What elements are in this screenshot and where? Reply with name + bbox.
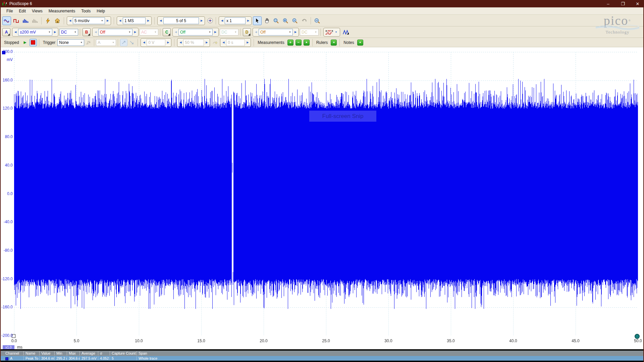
- channel-d-range-next-button[interactable]: ▶: [293, 31, 298, 34]
- menu-help[interactable]: Help: [94, 8, 108, 14]
- channel-b-range-select[interactable]: Off▼: [98, 29, 132, 36]
- title-bar: PicoScope 6 – ❐ ✕: [1, 0, 643, 7]
- trigger-delay-up-button[interactable]: ▶: [245, 41, 250, 44]
- channel-c-range-control: ◀ Off▼ ▶: [172, 28, 219, 37]
- table-header-average[interactable]: Average: [79, 351, 98, 355]
- scope-view-button[interactable]: [2, 16, 11, 25]
- y-axis-unit: mV: [1, 57, 13, 62]
- axis-offset-handle[interactable]: [635, 334, 640, 339]
- remove-measurement-button[interactable]: −: [296, 40, 302, 46]
- waveform-canvas[interactable]: [14, 52, 638, 336]
- chevron-down-icon: ▼: [46, 31, 51, 33]
- pretrigger-down-button[interactable]: ◀: [178, 41, 183, 44]
- channel-c-range-next-button[interactable]: ▶: [213, 31, 218, 34]
- digital-inputs-icon[interactable]: XFFX: [325, 29, 333, 35]
- rulers-toggle-button[interactable]: ▲: [331, 40, 337, 46]
- undo-zoom-button[interactable]: [300, 16, 309, 25]
- edit-measurement-button[interactable]: ▲: [304, 40, 310, 46]
- pointer-tool-button[interactable]: [253, 16, 262, 25]
- y-axis-label: 80.0: [1, 134, 13, 139]
- rising-edge-icon: [122, 41, 126, 45]
- start-button[interactable]: ▶: [21, 39, 29, 46]
- home-button[interactable]: [53, 16, 62, 25]
- segment-input[interactable]: 5 of 5: [163, 17, 199, 24]
- table-header-σ[interactable]: σ: [98, 351, 110, 355]
- persistence-view-button[interactable]: [31, 16, 39, 25]
- marquee-zoom-button[interactable]: [272, 16, 280, 25]
- channel-b-range-prev-button[interactable]: ◀: [93, 31, 98, 34]
- auto-setup-lightning-icon: [46, 18, 50, 23]
- trigger-mode-select[interactable]: None▼: [57, 39, 84, 46]
- zoom-out-button[interactable]: [290, 16, 299, 25]
- channel-b-range-next-button[interactable]: ▶: [132, 31, 138, 34]
- channel-a-range-select[interactable]: ±200 mV▼: [18, 29, 52, 36]
- channel-a-coupling-select[interactable]: DC▼: [59, 29, 78, 36]
- table-header-value[interactable]: Value: [39, 351, 54, 355]
- samples-next-button[interactable]: ▶: [146, 19, 151, 22]
- y-axis-label: 120.0: [1, 106, 13, 111]
- zoom-factor-input[interactable]: x 1: [225, 17, 246, 24]
- segment-navigator-button[interactable]: [206, 17, 214, 24]
- channel-d-range-select[interactable]: Off▼: [259, 29, 293, 36]
- measurements-table-header: ChannelNameValueMinMaxAverageσCapture Co…: [1, 351, 644, 356]
- zoom-prev-button[interactable]: ◀: [219, 19, 225, 22]
- samples-input[interactable]: 1 MS: [123, 17, 146, 24]
- trigger-delay-down-button[interactable]: ◀: [221, 41, 226, 44]
- menu-measurements[interactable]: Measurements: [46, 8, 78, 14]
- measurement-row[interactable]: APeak To Peak304.6 mV295.2 mV304.6 mV297…: [1, 356, 644, 361]
- timebase-prev-button[interactable]: ◀: [67, 19, 73, 22]
- segment-next-button[interactable]: ▶: [199, 19, 204, 22]
- channel-a-range-next-button[interactable]: ▶: [52, 31, 58, 34]
- zoom-next-button[interactable]: ▶: [246, 19, 251, 22]
- x-axis-label: 5.0: [69, 339, 84, 343]
- channel-c-options-button[interactable]: C: [163, 28, 171, 36]
- channel-a-range-prev-button[interactable]: ◀: [13, 31, 18, 34]
- x-axis-label: 25.0: [319, 339, 333, 343]
- timebase-next-button[interactable]: ▶: [105, 19, 110, 22]
- channel-d-range-prev-button[interactable]: ◀: [253, 31, 259, 34]
- channel-a-options-button[interactable]: A: [2, 28, 10, 36]
- hand-tool-button[interactable]: [262, 16, 271, 25]
- add-measurement-button[interactable]: +: [287, 40, 293, 46]
- table-header-max[interactable]: Max: [67, 351, 79, 355]
- table-header-channel[interactable]: Channel: [1, 351, 23, 355]
- xy-view-button[interactable]: [12, 16, 20, 25]
- restore-button[interactable]: ❐: [620, 1, 626, 6]
- notes-toggle-button[interactable]: ▲: [357, 40, 363, 46]
- math-channels-button[interactable]: [341, 28, 350, 37]
- zoom-100-button[interactable]: 100: [313, 16, 322, 25]
- channel-b-options-button[interactable]: B: [83, 28, 91, 36]
- timebase-select[interactable]: 5 ms/div▼: [73, 17, 105, 24]
- stop-button[interactable]: [30, 39, 37, 46]
- table-header-min[interactable]: Min: [54, 351, 67, 355]
- auto-setup-button[interactable]: [44, 16, 52, 25]
- segment-prev-button[interactable]: ◀: [158, 19, 163, 22]
- minimize-button[interactable]: –: [605, 1, 611, 6]
- table-header-span[interactable]: Span: [137, 351, 644, 355]
- spectrum-view-button[interactable]: [21, 16, 30, 25]
- channel-c-range-prev-button[interactable]: ◀: [173, 31, 178, 34]
- zoom-in-button[interactable]: [281, 16, 290, 25]
- menu-file[interactable]: File: [3, 8, 16, 14]
- trigger-level-up-button[interactable]: ▶: [165, 41, 171, 44]
- trigger-level-down-button[interactable]: ◀: [141, 41, 147, 44]
- y-axis-label: 0.0: [1, 191, 13, 196]
- advanced-trigger-button[interactable]: [85, 39, 92, 46]
- menu-edit[interactable]: Edit: [16, 8, 29, 14]
- chevron-down-icon: ▼: [99, 19, 103, 22]
- channel-c-range-select[interactable]: Off▼: [178, 29, 213, 36]
- close-button[interactable]: ✕: [635, 1, 641, 6]
- table-header-name[interactable]: Name: [23, 351, 39, 355]
- scope-view[interactable]: mV Full-screen Snip x1.0 ms 200.0160.012…: [1, 47, 644, 349]
- menu-views[interactable]: Views: [29, 8, 46, 14]
- picoscope-window: PicoScope 6 – ❐ ✕ File Edit Views Measur…: [0, 0, 644, 362]
- pretrigger-up-button[interactable]: ▶: [204, 41, 209, 44]
- samples-prev-button[interactable]: ◀: [117, 19, 123, 22]
- hand-pan-icon: [264, 18, 269, 23]
- notes-label: Notes: [343, 40, 354, 45]
- x-axis-label: 0.0: [7, 339, 21, 343]
- channel-d-options-button[interactable]: D: [243, 28, 251, 36]
- table-header-capture-count[interactable]: Capture Count: [110, 351, 137, 355]
- menu-tools[interactable]: Tools: [78, 8, 94, 14]
- digital-inputs-dropdown-button[interactable]: ▼: [333, 31, 339, 33]
